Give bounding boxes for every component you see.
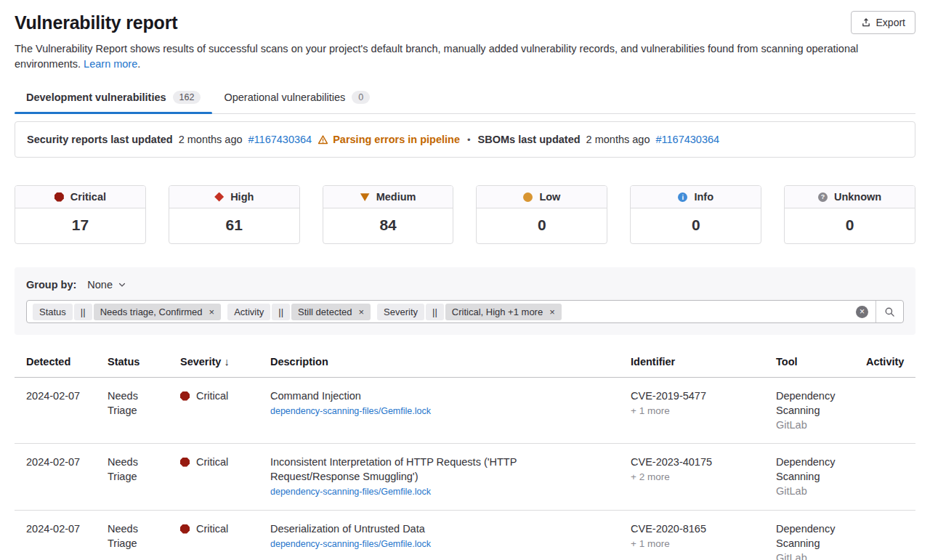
tool-name: Dependency Scanning: [776, 389, 843, 418]
vulnerability-title[interactable]: Deserialization of Untrusted Data: [270, 523, 425, 535]
description-period: .: [137, 58, 140, 70]
identifier-more: + 2 more: [631, 470, 753, 484]
identifier-primary: CVE-2023-40175: [631, 455, 753, 469]
description-cell: Command Injection dependency-scanning-fi…: [259, 378, 619, 444]
warning-icon: [318, 134, 328, 145]
token-remove-icon[interactable]: ×: [209, 307, 215, 317]
page-header: Vulnerability report Export: [15, 0, 915, 34]
search-button[interactable]: [876, 301, 903, 322]
token-name: Status: [33, 304, 73, 320]
clear-filters-button[interactable]: ×: [856, 306, 868, 318]
tool-vendor: GitLab: [776, 484, 843, 498]
severity-card-label: Info: [694, 191, 713, 203]
status-cell: Needs Triage: [96, 444, 169, 511]
learn-more-link[interactable]: Learn more: [84, 58, 137, 70]
severity-info-icon: [678, 192, 687, 202]
severity-card-label: Critical: [70, 191, 106, 203]
sbom-time: 2 months ago: [586, 134, 650, 145]
tab-development-vulnerabilities[interactable]: Development vulnerabilities 162: [15, 81, 212, 113]
tool-cell: Dependency Scanning GitLab: [764, 511, 854, 560]
token-remove-icon[interactable]: ×: [359, 307, 365, 317]
export-button[interactable]: Export: [851, 11, 915, 34]
detected-cell: 2024-02-07: [15, 444, 96, 511]
column-header-severity[interactable]: Severity↓: [169, 346, 259, 378]
tool-name: Dependency Scanning: [776, 455, 843, 484]
description-text: The Vulnerability Report shows results o…: [15, 43, 858, 70]
status-cell: Needs Triage: [96, 511, 169, 560]
group-by-dropdown[interactable]: None: [87, 279, 126, 291]
severity-card-label: High: [230, 191, 254, 203]
table-row[interactable]: 2024-02-07 Needs Triage Critical Command…: [15, 378, 915, 444]
identifier-cell: CVE-2020-8165 + 1 more: [619, 511, 764, 560]
column-header-tool[interactable]: Tool: [764, 346, 854, 378]
column-header-description[interactable]: Description: [259, 346, 619, 378]
severity-cell: Critical: [169, 511, 259, 560]
table-row[interactable]: 2024-02-07 Needs Triage Critical Inconsi…: [15, 444, 915, 511]
severity-card-medium: Medium 84: [323, 185, 454, 244]
activity-cell: [854, 378, 915, 444]
severity-unknown-icon: [818, 192, 828, 202]
token-remove-icon[interactable]: ×: [549, 307, 555, 317]
detected-cell: 2024-02-07: [15, 511, 96, 560]
chevron-down-icon: [118, 280, 126, 289]
severity-card-high: High 61: [169, 185, 300, 244]
status-cell: Needs Triage: [96, 378, 169, 444]
sbom-pipeline-link[interactable]: #1167430364: [655, 134, 719, 145]
parsing-errors-label: Parsing errors in pipeline: [333, 134, 460, 145]
token-operator: ||: [74, 304, 92, 320]
location-link[interactable]: dependency-scanning-files/Gemfile.lock: [270, 484, 431, 499]
scan-status-bar: Security reports last updated 2 months a…: [15, 121, 915, 158]
token-name: Activity: [227, 304, 270, 320]
tab-label: Operational vulnerabilities: [224, 92, 345, 103]
vulnerability-title[interactable]: Command Injection: [270, 390, 361, 402]
severity-cell: Critical: [169, 444, 259, 511]
severity-card-info: Info 0: [630, 185, 761, 244]
severity-high-icon: [214, 192, 224, 202]
filtered-search-bar[interactable]: Status || Needs triage, Confirmed× Activ…: [26, 300, 904, 323]
tab-operational-vulnerabilities[interactable]: Operational vulnerabilities 0: [212, 81, 381, 113]
table-row[interactable]: 2024-02-07 Needs Triage Critical Deseria…: [15, 511, 915, 560]
identifier-primary: CVE-2019-5477: [631, 389, 753, 403]
vulnerability-table: Detected Status Severity↓ Description Id…: [15, 346, 915, 560]
filter-token-status[interactable]: Status || Needs triage, Confirmed×: [33, 304, 221, 320]
identifier-cell: CVE-2019-5477 + 1 more: [619, 378, 764, 444]
description-cell: Inconsistent Interpretation of HTTP Requ…: [259, 444, 619, 511]
group-by-label: Group by:: [26, 279, 76, 291]
severity-card-low: Low 0: [476, 185, 607, 244]
security-pipeline-link[interactable]: #1167430364: [248, 134, 312, 145]
filter-token-severity[interactable]: Severity || Critical, High +1 more×: [377, 304, 562, 320]
location-link[interactable]: dependency-scanning-files/Gemfile.lock: [270, 537, 431, 551]
severity-card-label: Low: [539, 191, 560, 203]
tab-label: Development vulnerabilities: [26, 92, 166, 103]
bullet-separator: •: [466, 134, 472, 145]
parsing-errors-link[interactable]: Parsing errors in pipeline: [318, 134, 460, 145]
severity-card-label: Unknown: [834, 191, 881, 203]
page-description: The Vulnerability Report shows results o…: [15, 41, 908, 72]
severity-cell: Critical: [169, 378, 259, 444]
tab-bar: Development vulnerabilities 162 Operatio…: [15, 81, 915, 114]
severity-card-label: Medium: [376, 191, 416, 203]
tool-cell: Dependency Scanning GitLab: [764, 444, 854, 511]
token-operator: ||: [426, 304, 444, 320]
activity-cell: [854, 444, 915, 511]
severity-card-critical: Critical 17: [15, 185, 146, 244]
token-operator: ||: [272, 304, 290, 320]
token-value: Needs triage, Confirmed: [100, 307, 203, 317]
severity-medium-icon: [360, 192, 370, 202]
filter-token-list: Status || Needs triage, Confirmed× Activ…: [27, 304, 849, 320]
severity-card-value: 17: [15, 208, 145, 243]
search-icon: [884, 307, 895, 317]
column-header-identifier[interactable]: Identifier: [619, 346, 764, 378]
token-name: Severity: [377, 304, 424, 320]
filter-token-activity[interactable]: Activity || Still detected×: [227, 304, 371, 320]
security-reports-label: Security reports last updated: [27, 134, 173, 145]
vulnerability-title[interactable]: Inconsistent Interpretation of HTTP Requ…: [270, 456, 517, 482]
location-link[interactable]: dependency-scanning-files/Gemfile.lock: [270, 404, 431, 418]
activity-cell: [854, 511, 915, 560]
column-header-status[interactable]: Status: [96, 346, 169, 378]
column-header-activity[interactable]: Activity: [854, 346, 915, 378]
severity-card-unknown: Unknown 0: [784, 185, 915, 244]
tool-cell: Dependency Scanning GitLab: [764, 378, 854, 444]
column-header-detected[interactable]: Detected: [15, 346, 96, 378]
severity-critical-icon: [54, 192, 64, 202]
